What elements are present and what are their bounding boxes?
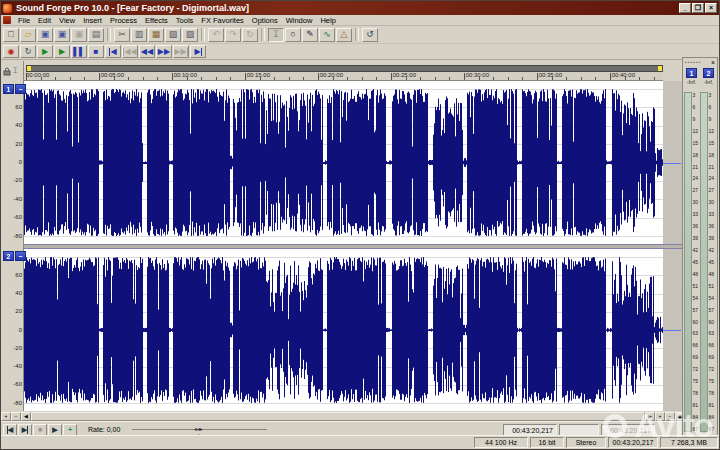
edit-tool-corner-icon[interactable]: ⌶ bbox=[13, 66, 18, 76]
meter-channel-1-button[interactable]: 1 bbox=[686, 68, 697, 78]
meter-scale-label: 63 bbox=[693, 330, 700, 336]
menu-view[interactable]: View bbox=[55, 16, 79, 25]
open-button[interactable]: ▱ bbox=[20, 28, 36, 42]
menu-tools[interactable]: Tools bbox=[172, 16, 198, 25]
panel-grip-icon[interactable]: ▪▪▪▪▪▪ bbox=[685, 60, 702, 65]
ruler-tick bbox=[55, 77, 56, 80]
mix-button[interactable]: ▧ bbox=[165, 28, 181, 42]
play-all-button[interactable]: ▶ bbox=[37, 45, 53, 58]
pencil-tool-button[interactable]: ✎ bbox=[302, 28, 318, 42]
zoom-out-time-button[interactable]: − bbox=[665, 412, 675, 421]
ruler-tick bbox=[362, 77, 363, 80]
rewind-button[interactable]: ◀◀ bbox=[139, 45, 155, 58]
meter-scale-label: 72 bbox=[709, 366, 716, 372]
undo-button: ↶ bbox=[208, 28, 224, 42]
ruler-label: ,00:15:00 bbox=[245, 72, 270, 78]
go-to-start-button[interactable]: ◀ bbox=[105, 45, 121, 58]
amplitude-scale-label: 60 bbox=[15, 104, 22, 110]
meter-scale-label: 15 bbox=[709, 140, 716, 146]
copy-button[interactable]: ▥ bbox=[131, 28, 147, 42]
rewind-all-button[interactable]: ↺ bbox=[362, 28, 378, 42]
meter-scale-label: 63 bbox=[709, 330, 716, 336]
ruler-label: ,00:05:00 bbox=[99, 72, 124, 78]
scrollbar-trough[interactable] bbox=[31, 412, 645, 421]
waveform-channel-2[interactable] bbox=[24, 249, 684, 411]
close-button[interactable]: × bbox=[705, 3, 717, 13]
ruler-label: ,00:20:00 bbox=[318, 72, 343, 78]
loop-playback-button[interactable]: ↻ bbox=[20, 45, 36, 58]
channel-1-button[interactable]: 1 bbox=[3, 84, 14, 94]
envelope-tool-button[interactable]: ∿ bbox=[319, 28, 335, 42]
ruler-tick bbox=[303, 77, 304, 80]
play-normal-button[interactable]: ▶ bbox=[48, 424, 62, 436]
lock-icon[interactable] bbox=[3, 67, 11, 76]
meter-channel-2-button[interactable]: 2 bbox=[703, 68, 714, 78]
channel-2-minimize-button[interactable]: − bbox=[15, 251, 26, 261]
cut-button[interactable]: ✂ bbox=[114, 28, 130, 42]
sample-rate-cell: 44 100 Hz bbox=[474, 437, 528, 448]
zoom-in-vertical-button[interactable]: + bbox=[1, 412, 11, 421]
amplitude-scale-label: -40 bbox=[13, 196, 22, 202]
waveform-channel-1[interactable] bbox=[24, 81, 684, 244]
meter-scale-label: 81 bbox=[709, 402, 716, 408]
go-to-end-button[interactable]: ▶ bbox=[190, 45, 206, 58]
window-title: Sound Forge Pro 10.0 - [Fear Factory - D… bbox=[16, 3, 249, 13]
menu-fx-favorites[interactable]: FX Favorites bbox=[197, 16, 248, 25]
play-button[interactable]: ▶ bbox=[54, 45, 70, 58]
paste-button[interactable]: ▦ bbox=[148, 28, 164, 42]
save-all-button[interactable]: ▣ bbox=[54, 28, 70, 42]
record-button[interactable]: ◉ bbox=[3, 45, 19, 58]
meters-close-icon[interactable]: × bbox=[711, 59, 715, 66]
ruler-tick bbox=[376, 77, 377, 80]
forward-button[interactable]: ▶▶ bbox=[156, 45, 172, 58]
status-bar: 44 100 Hz 16 bit Stereo 00:43:20,217 7 2… bbox=[1, 435, 719, 449]
menu-process[interactable]: Process bbox=[106, 16, 141, 25]
overview-bar[interactable] bbox=[26, 65, 663, 72]
amplitude-scale-label: 40 bbox=[15, 122, 22, 128]
amplitude-scale-ch1: 806040200-20-40-60-80 bbox=[1, 81, 24, 244]
print-button[interactable]: ▤ bbox=[88, 28, 104, 42]
meter-scale-label: 87 bbox=[693, 426, 700, 432]
restore-button[interactable]: ❐ bbox=[692, 3, 704, 13]
rate-slider[interactable]: ◂◂▸ ▲ bbox=[132, 424, 267, 436]
ruler-corner: ⌶ bbox=[1, 61, 24, 81]
ruler-tick bbox=[435, 77, 436, 80]
trim-crop-button[interactable]: ▨ bbox=[182, 28, 198, 42]
magnify-tool-button[interactable]: ○ bbox=[285, 28, 301, 42]
scroll-left-button[interactable]: ◀ bbox=[21, 412, 31, 421]
menu-options[interactable]: Options bbox=[248, 16, 282, 25]
edit-tool-button[interactable]: ⌶ bbox=[268, 28, 284, 42]
meter-scale-label: 60 bbox=[709, 319, 716, 325]
pause-button[interactable]: ▌▌ bbox=[71, 45, 87, 58]
menu-edit[interactable]: Edit bbox=[34, 16, 55, 25]
zoom-out-vertical-button[interactable]: − bbox=[11, 412, 21, 421]
go-to-end-button[interactable]: ▶ bbox=[18, 424, 32, 436]
menu-help[interactable]: Help bbox=[316, 16, 339, 25]
amplitude-scale-label: -40 bbox=[13, 363, 22, 369]
play-plugin-chainer-button[interactable]: + bbox=[63, 424, 77, 436]
menu-file[interactable]: File bbox=[14, 16, 34, 25]
menu-insert[interactable]: Insert bbox=[79, 16, 106, 25]
ruler-tick bbox=[522, 77, 523, 80]
minimize-button[interactable]: _ bbox=[679, 3, 691, 13]
go-to-start-button[interactable]: ◀ bbox=[3, 424, 17, 436]
zoom-in-time-button[interactable]: + bbox=[655, 412, 665, 421]
channel-2-button[interactable]: 2 bbox=[3, 251, 14, 261]
title-bar: Sound Forge Pro 10.0 - [Fear Factory - D… bbox=[1, 1, 719, 15]
length-cell: 00:43:20,217 bbox=[608, 437, 658, 448]
ruler-tick bbox=[595, 77, 596, 80]
scroll-right-button[interactable]: ▶ bbox=[645, 412, 655, 421]
channel-1-minimize-button[interactable]: − bbox=[15, 84, 26, 94]
scrollbar-thumb[interactable] bbox=[31, 412, 645, 421]
amplitude-scale-label: 60 bbox=[15, 272, 22, 278]
event-tool-button[interactable]: △ bbox=[336, 28, 352, 42]
menu-window[interactable]: Window bbox=[282, 16, 317, 25]
stop-button[interactable]: ■ bbox=[88, 45, 104, 58]
meter-scale-label: 27 bbox=[693, 187, 700, 193]
ruler-tick bbox=[84, 77, 85, 80]
time-ruler[interactable]: 00:00:00,00:05:00,00:10:00,00:15:00,00:2… bbox=[24, 72, 663, 81]
save-button[interactable]: ▣ bbox=[37, 28, 53, 42]
new-file-button[interactable]: □ bbox=[3, 28, 19, 42]
toolbar-separator bbox=[107, 28, 111, 41]
menu-effects[interactable]: Effects bbox=[141, 16, 172, 25]
